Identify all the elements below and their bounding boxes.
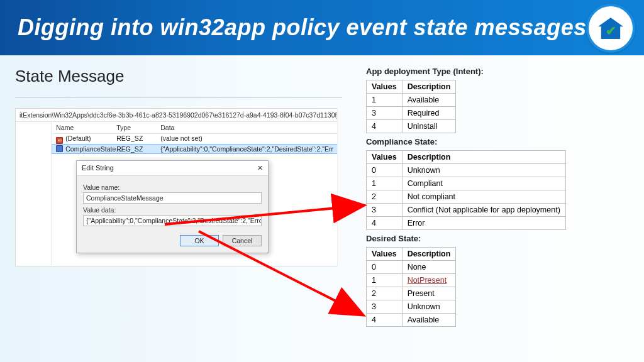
- reg-string-icon: [56, 145, 63, 152]
- value-cell: 0: [367, 164, 402, 177]
- brand-logo: ✔: [586, 4, 635, 53]
- description-cell: Available: [402, 94, 456, 107]
- desired-state-table: ValuesDescription0None1NotPresent2Presen…: [366, 247, 456, 327]
- value-cell: 1: [367, 274, 402, 287]
- table-row: 3Unknown: [367, 300, 456, 314]
- value-data-field[interactable]: {"Applicability":0,"ComplianceState":2,"…: [83, 215, 262, 226]
- notpresent-link[interactable]: NotPresent: [408, 276, 447, 285]
- value-data-label: Value data:: [83, 206, 262, 214]
- title-bar: Digging into win32app policy event state…: [0, 0, 644, 55]
- description-cell: Compliant: [402, 177, 565, 190]
- regedit-window: itExtension\Win32Apps\ddc3cf6e-3b3b-461c…: [15, 108, 338, 266]
- slide-title: Digging into win32app policy event state…: [18, 14, 587, 41]
- description-cell: None: [402, 261, 456, 274]
- value-name-field[interactable]: ComplianceStateMessage: [83, 192, 262, 204]
- value-cell: 2: [367, 287, 402, 300]
- value-cell: 3: [367, 107, 402, 120]
- value-cell: 4: [367, 314, 402, 327]
- ok-button[interactable]: OK: [180, 235, 219, 246]
- section-heading: State Message: [15, 67, 342, 86]
- col-type: Type: [116, 124, 160, 131]
- description-cell: Required: [402, 107, 456, 120]
- table-header: Values: [367, 80, 402, 94]
- table-header: Description: [402, 248, 456, 261]
- edit-string-dialog: Edit String ✕ Value name: ComplianceStat…: [76, 160, 269, 253]
- reg-string-icon: ab: [56, 137, 63, 144]
- table-header: Values: [367, 248, 402, 261]
- table-row: 1Available: [367, 94, 456, 107]
- value-cell: 4: [367, 217, 402, 230]
- description-cell: Not compliant: [402, 190, 565, 204]
- compliance-state-table: ValuesDescription0Unknown1Compliant2Not …: [366, 150, 566, 230]
- table-header: Description: [402, 151, 565, 164]
- table-row: 0None: [367, 261, 456, 274]
- close-icon[interactable]: ✕: [257, 164, 263, 172]
- description-cell: Uninstall: [402, 120, 456, 133]
- table-row: 0Unknown: [367, 164, 566, 177]
- table-row: 3Required: [367, 107, 456, 120]
- description-cell: Error: [402, 217, 565, 230]
- table-row: 1Compliant: [367, 177, 566, 190]
- col-name: Name: [56, 124, 116, 131]
- value-cell: 3: [367, 204, 402, 217]
- dialog-title: Edit String: [82, 164, 114, 172]
- checkmark-icon: ✔: [598, 18, 623, 39]
- description-cell: Conflict (Not applicable for app deploym…: [402, 204, 565, 217]
- table-row: 4Available: [367, 314, 456, 327]
- table-header: Description: [402, 80, 456, 94]
- description-cell: NotPresent: [402, 274, 456, 287]
- deployment-type-heading: App deployment Type (Intent):: [366, 67, 624, 76]
- table-row: 4Error: [367, 217, 566, 230]
- table-header: Values: [367, 151, 402, 164]
- regedit-row[interactable]: ComplianceState…REG_SZ{"Applicability":0…: [52, 145, 337, 153]
- description-cell: Unknown: [402, 300, 456, 314]
- description-cell: Available: [402, 314, 456, 327]
- table-row: 2Present: [367, 287, 456, 300]
- deployment-type-table: ValuesDescription1Available3Required4Uni…: [366, 80, 456, 133]
- description-cell: Present: [402, 287, 456, 300]
- value-cell: 1: [367, 94, 402, 107]
- regedit-address-path: itExtension\Win32Apps\ddc3cf6e-3b3b-461c…: [16, 109, 337, 122]
- value-cell: 1: [367, 177, 402, 190]
- regedit-row[interactable]: ab(Default)REG_SZ(value not set): [52, 134, 337, 145]
- value-name-label: Value name:: [83, 184, 262, 191]
- desired-state-heading: Desired State:: [366, 234, 624, 243]
- table-row: 1NotPresent: [367, 274, 456, 287]
- regedit-columns-header: Name Type Data: [52, 122, 337, 134]
- value-cell: 4: [367, 120, 402, 133]
- compliance-state-heading: Compliance State:: [366, 137, 624, 146]
- table-row: 2Not compliant: [367, 190, 566, 204]
- table-row: 3Conflict (Not applicable for app deploy…: [367, 204, 566, 217]
- description-cell: Unknown: [402, 164, 565, 177]
- value-cell: 3: [367, 300, 402, 314]
- value-cell: 0: [367, 261, 402, 274]
- cancel-button[interactable]: Cancel: [223, 235, 262, 246]
- value-cell: 2: [367, 190, 402, 204]
- table-row: 4Uninstall: [367, 120, 456, 133]
- col-data: Data: [160, 124, 333, 131]
- regedit-tree-panel: [16, 122, 52, 265]
